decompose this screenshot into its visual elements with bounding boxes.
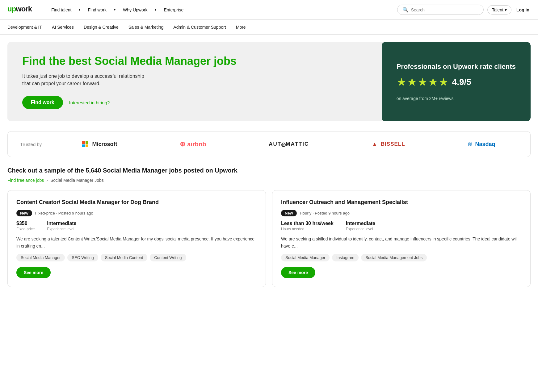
- sub-navigation: Development & IT AI Services Design & Cr…: [0, 20, 538, 35]
- jobs-section-title: Check out a sample of the 5,640 Social M…: [7, 167, 531, 174]
- job-card-1-exp-value: Intermediate: [47, 221, 76, 226]
- job-card-1-price-label: Fixed-price: [16, 227, 35, 231]
- login-button[interactable]: Log in: [515, 6, 531, 14]
- svg-text:work: work: [15, 5, 32, 13]
- job-card-1-tags: Social Media Manager SEO Writing Social …: [16, 254, 257, 261]
- job-card-1-exp: Intermediate Experience level: [47, 221, 76, 231]
- job-tag-2-social-media-manager[interactable]: Social Media Manager: [281, 254, 330, 261]
- search-input[interactable]: [411, 7, 478, 12]
- hero-actions: Find work Interested in hiring?: [22, 96, 367, 109]
- microsoft-grid-icon: [82, 141, 88, 147]
- job-card-1-exp-label: Experience level: [47, 227, 76, 231]
- job-tag-seo-writing[interactable]: SEO Writing: [67, 254, 98, 261]
- nav-find-talent[interactable]: Find talent: [51, 7, 71, 12]
- bissell-triangle-icon: ▲: [372, 141, 378, 148]
- hero-right-panel: Professionals on Upwork rate clients ★★★…: [382, 42, 531, 121]
- sub-nav-admin[interactable]: Admin & Customer Support: [173, 25, 226, 30]
- nav-right: 🔍 Talent ▾ Log in: [397, 5, 531, 15]
- hero-right-title: Professionals on Upwork rate clients: [397, 63, 516, 71]
- top-navigation: up work Find talent ▾ Find work ▾ Why Up…: [0, 0, 538, 20]
- sub-nav-more[interactable]: More: [236, 25, 246, 30]
- job-card-2-hours-value: Less than 30 hrs/week: [281, 221, 334, 226]
- bissell-name: BISSELL: [381, 141, 405, 147]
- job-card-1-price-value: $350: [16, 221, 35, 226]
- reviews-text: on average from 2M+ reviews: [397, 96, 516, 101]
- breadcrumb-home-link[interactable]: Find freelance jobs: [7, 178, 44, 183]
- search-icon: 🔍: [402, 7, 409, 13]
- automattic-name: AUT◎MATTIC: [269, 141, 309, 147]
- job-card-2-description: We are seeking a skilled individual to i…: [281, 236, 522, 249]
- job-card-2-exp-label: Experience level: [346, 227, 375, 231]
- hero-title: Find the best Social Media Manager jobs: [22, 54, 367, 68]
- job-card-2-meta-text: Hourly · Posted 9 hours ago: [300, 211, 350, 215]
- talent-dropdown[interactable]: Talent ▾: [487, 5, 511, 15]
- job-tag-2-instagram[interactable]: Instagram: [332, 254, 359, 261]
- hiring-link[interactable]: Interested in hiring?: [69, 100, 110, 105]
- job-tag-social-media-manager[interactable]: Social Media Manager: [16, 254, 65, 261]
- sub-nav-sales[interactable]: Sales & Marketing: [128, 25, 164, 30]
- airbnb-icon: ⊕: [180, 140, 185, 148]
- airbnb-name: airbnb: [187, 141, 206, 148]
- why-upwork-chevron-icon: ▾: [155, 8, 156, 11]
- stars-row: ★★★★★ 4.9/5: [397, 76, 516, 89]
- find-work-chevron-icon: ▾: [114, 8, 116, 11]
- ms-yellow-square: [86, 144, 88, 147]
- job-cards-grid: Content Creator/ Social Media Manager fo…: [7, 190, 531, 287]
- sub-nav-dev-it[interactable]: Development & IT: [7, 25, 42, 30]
- automattic-logo: AUT◎MATTIC: [269, 141, 309, 147]
- talent-label: Talent: [492, 7, 503, 12]
- microsoft-logo: Microsoft: [82, 141, 117, 148]
- microsoft-name: Microsoft: [92, 141, 117, 148]
- job-card-1-meta: New Fixed-price · Posted 9 hours ago: [16, 210, 257, 216]
- job-card-1-title: Content Creator/ Social Media Manager fo…: [16, 199, 257, 206]
- job-card-2-see-more-button[interactable]: See more: [281, 267, 315, 278]
- star-icons: ★★★★★: [397, 76, 449, 89]
- trusted-logos: Microsoft ⊕ airbnb AUT◎MATTIC ▲ BISSELL …: [60, 140, 518, 148]
- ms-red-square: [82, 141, 85, 144]
- job-card-1-meta-text: Fixed-price · Posted 9 hours ago: [35, 211, 93, 215]
- job-card-1: Content Creator/ Social Media Manager fo…: [7, 190, 266, 287]
- trusted-label: Trusted by: [20, 142, 45, 147]
- job-card-1-see-more-button[interactable]: See more: [16, 267, 51, 278]
- jobs-section: Check out a sample of the 5,640 Social M…: [0, 167, 538, 299]
- bissell-logo: ▲ BISSELL: [372, 141, 405, 148]
- job-card-2-hours: Less than 30 hrs/week Hours needed: [281, 221, 334, 231]
- hero-section: Find the best Social Media Manager jobs …: [7, 42, 531, 121]
- job-card-2: Influencer Outreach and Management Speci…: [272, 190, 531, 287]
- job-tag-content-writing[interactable]: Content Writing: [150, 254, 186, 261]
- nav-enterprise[interactable]: Enterprise: [164, 7, 183, 12]
- nav-why-upwork[interactable]: Why Upwork: [123, 7, 147, 12]
- sub-nav-design[interactable]: Design & Creative: [84, 25, 119, 30]
- job-card-2-badge: New: [281, 210, 297, 216]
- job-card-2-hours-label: Hours needed: [281, 227, 334, 231]
- find-talent-chevron-icon: ▾: [79, 8, 80, 11]
- airbnb-logo: ⊕ airbnb: [180, 140, 206, 148]
- upwork-logo[interactable]: up work: [7, 5, 39, 15]
- job-card-2-title: Influencer Outreach and Management Speci…: [281, 199, 522, 206]
- breadcrumb-separator: ›: [46, 178, 48, 183]
- search-bar[interactable]: 🔍: [397, 5, 484, 15]
- nasdaq-logo: ≋ Nasdaq: [468, 141, 495, 148]
- svg-text:up: up: [7, 5, 16, 13]
- talent-chevron-icon: ▾: [505, 7, 507, 12]
- breadcrumb: Find freelance jobs › Social Media Manag…: [7, 178, 531, 183]
- hero-left: Find the best Social Media Manager jobs …: [7, 42, 382, 121]
- job-card-1-description: We are seeking a talented Content Writer…: [16, 236, 257, 249]
- nav-find-work[interactable]: Find work: [88, 7, 107, 12]
- job-card-2-exp: Intermediate Experience level: [346, 221, 375, 231]
- job-card-1-price: $350 Fixed-price: [16, 221, 35, 231]
- job-tag-social-media-content[interactable]: Social Media Content: [101, 254, 148, 261]
- trusted-section: Trusted by Microsoft ⊕ airbnb AUT◎MATTIC…: [7, 131, 531, 157]
- find-work-button[interactable]: Find work: [22, 96, 63, 109]
- ms-green-square: [86, 141, 88, 144]
- rating-value: 4.9/5: [452, 77, 471, 87]
- ms-blue-square: [82, 144, 85, 147]
- job-card-1-badge: New: [16, 210, 32, 216]
- nav-links: Find talent ▾ Find work ▾ Why Upwork ▾ E…: [51, 7, 183, 12]
- sub-nav-ai[interactable]: AI Services: [52, 25, 74, 30]
- job-card-1-details: $350 Fixed-price Intermediate Experience…: [16, 221, 257, 231]
- hero-subtitle: It takes just one job to develop a succe…: [22, 73, 152, 87]
- job-card-2-meta: New Hourly · Posted 9 hours ago: [281, 210, 522, 216]
- job-tag-2-social-media-management[interactable]: Social Media Management Jobs: [361, 254, 427, 261]
- nasdaq-icon: ≋: [468, 141, 472, 148]
